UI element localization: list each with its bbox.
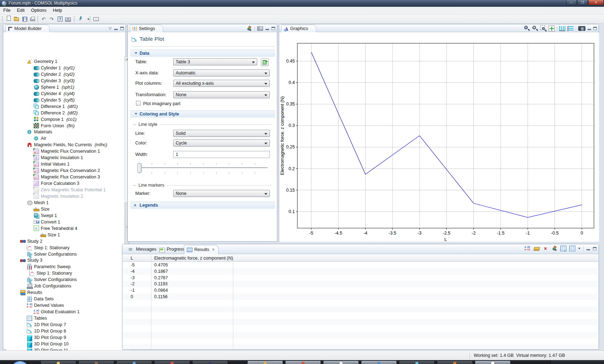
width-slider[interactable] [139, 167, 268, 168]
column-header[interactable]: Electromagnetic force, z component (N) [154, 256, 233, 261]
plot-icon[interactable] [246, 26, 252, 31]
taskbar-app-button[interactable] [475, 360, 511, 364]
tree-item[interactable]: 3D Plot Group 9 [6, 334, 124, 341]
taskbar-app-button[interactable] [116, 360, 152, 364]
width-slider-thumb[interactable] [137, 163, 142, 173]
combo-transformation[interactable]: None [173, 91, 270, 98]
settings-tab[interactable]: Settings [130, 25, 163, 32]
tab-messages[interactable]: ✉Messages [126, 245, 160, 254]
taskbar-app-button[interactable] [361, 360, 397, 364]
panel-minimize-icon[interactable] [266, 29, 269, 30]
clear-plot-button[interactable] [77, 16, 84, 23]
tree-item[interactable]: Data Sets [6, 296, 124, 302]
help-button[interactable]: ? [57, 16, 64, 23]
zoom-extents-icon[interactable] [549, 25, 555, 31]
tree-item[interactable]: Difference 2 (dif2) [6, 110, 124, 116]
tree-item[interactable]: 3D Plot Group 10 [6, 341, 124, 347]
tree-item[interactable]: Results [6, 289, 124, 296]
input-width[interactable]: 1 [173, 151, 270, 158]
tree-item[interactable]: Cylinder 5 (cyl5) [6, 97, 124, 103]
tree-item[interactable]: Geometry 1 [6, 58, 124, 65]
tree-item[interactable]: Zero Magnetic Scalar Potential 1 [6, 187, 124, 193]
plot-imaginary-checkbox[interactable] [136, 101, 141, 105]
grid-x-icon[interactable] [559, 26, 565, 31]
panel-maximize-icon[interactable] [120, 27, 124, 30]
more-menu-icon[interactable] [578, 248, 580, 249]
table-header-row[interactable]: LElectromagnetic force, z component (N) [123, 255, 598, 262]
tree-item[interactable]: Magnetic Fields, No Currents (mfnc) [6, 142, 124, 148]
tree-item[interactable]: Difference 1 (dif1) [6, 103, 124, 110]
close-tab-icon[interactable]: × [212, 247, 215, 252]
menu-file[interactable]: File [0, 7, 14, 14]
taskbar-app-button[interactable] [40, 360, 76, 364]
tree-item[interactable]: Global Evaluation 1 [6, 309, 124, 315]
tree-item[interactable]: Solver Configurations [6, 276, 124, 283]
tree-item[interactable]: Air [6, 135, 124, 142]
zoom-in-icon[interactable]: + [524, 25, 530, 31]
evaluate-all-icon[interactable] [525, 246, 531, 251]
table-row[interactable]: -20.1193 [123, 281, 598, 287]
panel-minimize-icon[interactable] [586, 249, 590, 250]
tree-item[interactable]: Swept 1 [6, 212, 124, 219]
clear-table-icon[interactable]: × [542, 246, 549, 251]
tree-item[interactable]: Job Configurations [6, 283, 124, 289]
combo-marker[interactable]: None [173, 190, 270, 197]
taskbar-app-button[interactable] [437, 360, 473, 364]
panel-maximize-icon[interactable] [593, 247, 596, 250]
plot-table-icon[interactable] [551, 246, 557, 251]
window-close-button[interactable]: ✕ [588, 0, 604, 5]
tree-item[interactable]: Solver Configurations [6, 251, 124, 257]
taskbar-app-button[interactable] [399, 360, 435, 364]
tree-item[interactable]: Force Calculation 3 [6, 180, 124, 187]
tree-item[interactable]: Magnetic Insulation 2 [6, 193, 124, 200]
panel-maximize-icon[interactable] [593, 27, 597, 30]
tree-item[interactable]: Cylinder 4 (cyl4) [6, 90, 124, 97]
panel-minimize-icon[interactable] [588, 29, 591, 30]
window-minimize-button[interactable]: — [566, 0, 577, 5]
section-legends[interactable]: Legends [130, 202, 275, 209]
tree-item[interactable]: Tables [6, 315, 124, 321]
tree-item[interactable]: Compose 1 (co1) [6, 116, 124, 123]
panel-minimize-icon[interactable] [114, 29, 118, 30]
tree-item[interactable]: Convert 1 [6, 219, 124, 225]
undo-button[interactable]: ↶ [40, 16, 47, 23]
tree-item[interactable]: Cylinder 3 (cyl3) [6, 78, 124, 84]
table-settings-icon[interactable] [569, 246, 575, 251]
tab-progress[interactable]: Progress [157, 245, 188, 254]
table-row[interactable]: 00.1156 [123, 294, 598, 300]
taskbar-app-button[interactable] [192, 360, 228, 364]
combo-plotcolumns[interactable]: All excluding x-axis [173, 80, 270, 87]
tree-item[interactable]: Derived Values [6, 302, 124, 309]
combo-line[interactable]: Solid [173, 130, 270, 137]
table-row[interactable]: -30.2767 [123, 275, 598, 281]
tree-item[interactable]: 1D Plot Group 8 [6, 328, 124, 334]
tree-item[interactable]: Cylinder 2 (cyl2) [6, 71, 124, 78]
tree-item[interactable]: Study 2 [6, 238, 124, 245]
taskbar-app-button[interactable] [285, 360, 321, 364]
taskbar-app-button[interactable] [247, 360, 283, 364]
table-row[interactable]: -40.1867 [123, 268, 598, 275]
window-restore-button[interactable]: ❐ [577, 0, 588, 5]
tree-item[interactable]: Study 3 [6, 257, 124, 264]
export-button[interactable]: → [92, 16, 99, 23]
tree-item[interactable]: Form Union (fin) [6, 123, 124, 129]
tree-item[interactable]: Step 1: Stationary [6, 270, 124, 276]
panel-maximize-icon[interactable] [272, 27, 275, 30]
model-builder-tab[interactable]: Model Builder [5, 25, 50, 32]
save-file-button[interactable] [21, 16, 28, 23]
open-file-button[interactable] [13, 16, 20, 23]
precision-icon[interactable] [534, 246, 540, 251]
taskbar-app-button[interactable] [323, 360, 359, 364]
grid-y-icon[interactable] [568, 26, 574, 31]
tree-item[interactable]: Parametric Sweep [6, 264, 124, 270]
redo-button[interactable]: ↷ [48, 16, 55, 23]
tab-results[interactable]: Results× [184, 245, 219, 254]
combo-x-axisdata[interactable]: Automatic [173, 69, 270, 77]
new-file-button[interactable] [5, 16, 12, 23]
zoom-box-icon[interactable] [540, 25, 546, 31]
export-table-icon[interactable] [560, 246, 566, 251]
tree-item[interactable]: Materials [6, 129, 124, 135]
taskbar-app-button[interactable] [78, 360, 114, 364]
tree-item[interactable]: Size [6, 206, 124, 212]
section-coloring[interactable]: Coloring and Style [130, 110, 275, 118]
